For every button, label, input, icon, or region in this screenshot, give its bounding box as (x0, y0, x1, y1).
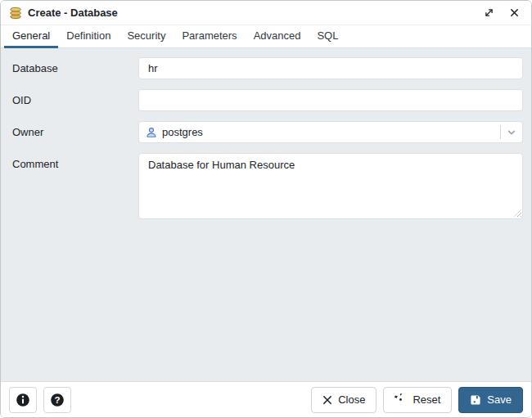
tab-advanced[interactable]: Advanced (246, 25, 309, 48)
reset-icon (394, 393, 407, 406)
database-input[interactable] (138, 57, 523, 79)
help-button[interactable]: ? (43, 387, 71, 413)
owner-row: Owner postgres (12, 121, 523, 143)
comment-row: Comment Database for Human Resource (12, 153, 523, 219)
chevron-down-icon[interactable] (501, 128, 522, 137)
close-button-label: Close (338, 393, 365, 406)
general-tab-panel: Database OID Owner (1, 48, 531, 381)
close-button[interactable]: Close (311, 387, 376, 413)
tab-general[interactable]: General (4, 25, 58, 48)
database-label: Database (12, 62, 138, 74)
close-icon[interactable] (507, 6, 521, 20)
comment-textarea[interactable]: Database for Human Resource (138, 153, 523, 219)
tab-sql[interactable]: SQL (309, 25, 346, 48)
oid-row: OID (12, 89, 523, 111)
reset-button[interactable]: Reset (383, 387, 452, 413)
tab-security[interactable]: Security (119, 25, 174, 48)
database-row: Database (12, 57, 523, 79)
svg-text:?: ? (54, 395, 60, 405)
maximize-icon[interactable] (482, 6, 496, 20)
help-icon: ? (50, 393, 65, 407)
dialog-tabbar: General Definition Security Parameters A… (1, 25, 531, 48)
info-icon (16, 393, 30, 407)
owner-value: postgres (162, 126, 203, 138)
create-database-dialog: Create - Database General Definition Sec… (0, 0, 532, 418)
info-button[interactable] (9, 387, 37, 413)
reset-button-label: Reset (413, 393, 440, 406)
oid-input[interactable] (138, 89, 523, 111)
comment-label: Comment (12, 153, 138, 170)
close-x-icon (322, 395, 332, 405)
user-icon (146, 127, 157, 138)
dialog-header: Create - Database (1, 1, 531, 25)
save-button[interactable]: Save (458, 387, 523, 413)
database-coins-icon (9, 7, 22, 20)
save-icon (470, 394, 481, 406)
dialog-footer: ? Close Reset Save (1, 381, 531, 417)
oid-label: OID (12, 94, 138, 106)
owner-select[interactable]: postgres (138, 121, 523, 143)
owner-label: Owner (12, 126, 138, 138)
save-button-label: Save (487, 393, 512, 406)
tab-definition[interactable]: Definition (58, 25, 119, 48)
dialog-title: Create - Database (28, 7, 118, 19)
tab-parameters[interactable]: Parameters (174, 25, 245, 48)
